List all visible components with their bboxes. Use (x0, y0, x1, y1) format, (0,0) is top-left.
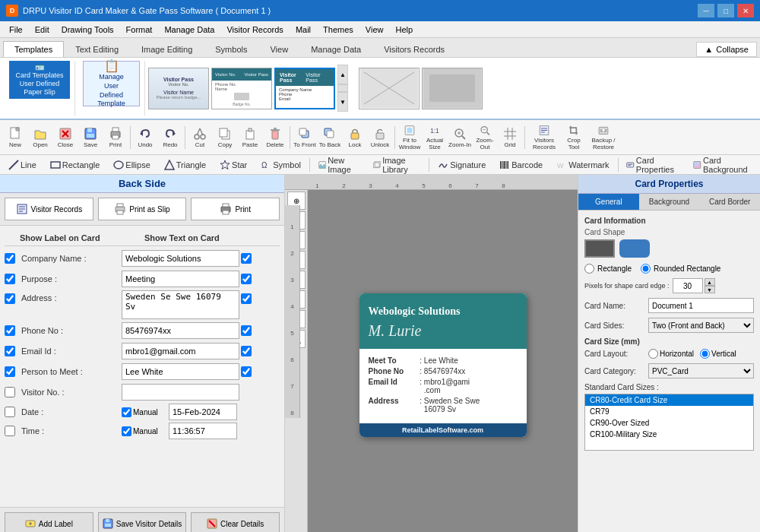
company-name-input[interactable] (122, 250, 239, 267)
size-cr80[interactable]: CR80-Credit Card Size (585, 394, 753, 406)
new-button[interactable]: New (3, 124, 27, 151)
address-text-checkbox[interactable] (241, 293, 252, 304)
phone-checkbox[interactable] (5, 325, 15, 336)
menu-file[interactable]: File (3, 24, 29, 36)
template-thumb-r1[interactable] (359, 68, 420, 109)
address-checkbox[interactable] (5, 293, 15, 304)
close-doc-button[interactable]: Close (53, 124, 78, 151)
watermark-tool[interactable]: W Watermark (551, 157, 614, 173)
menu-mail[interactable]: Mail (290, 24, 317, 36)
menu-format[interactable]: Format (120, 24, 159, 36)
menu-themes[interactable]: Themes (317, 24, 359, 36)
visitor-card-preview[interactable]: Webologic Solutions M. Lurie Meet To : L… (359, 293, 527, 437)
visitor-records-button[interactable]: Visitor Records (5, 198, 93, 220)
size-cr100[interactable]: CR100-Military Size (585, 429, 753, 440)
tab-symbols[interactable]: Symbols (204, 41, 258, 57)
pixels-up[interactable]: ▲ (705, 278, 715, 286)
tab-manage-data[interactable]: Manage Data (299, 41, 372, 57)
signature-tool[interactable]: Signature (432, 157, 491, 173)
visitor-no-checkbox[interactable] (5, 387, 15, 397)
save-button[interactable]: Save (78, 124, 103, 151)
line-tool[interactable]: Line (3, 157, 42, 173)
card-background-tool[interactable]: Card Background (688, 154, 757, 176)
triangle-tool[interactable]: Triangle (159, 157, 211, 173)
paste-button[interactable]: Paste (238, 124, 262, 151)
props-tab-card-border[interactable]: Card Border (699, 194, 760, 210)
fit-window-button[interactable]: Fit to Window (397, 124, 422, 151)
backup-restore-button[interactable]: Backup / Restore (587, 124, 620, 151)
rectangle-tool[interactable]: Rectangle (45, 157, 106, 173)
visitor-no-input[interactable] (122, 384, 239, 401)
zoom-in-button[interactable]: Zoom-In (448, 124, 472, 151)
time-input[interactable] (169, 423, 237, 439)
grid-button[interactable]: Grid (498, 124, 522, 151)
time-manual-checkbox[interactable] (122, 426, 131, 436)
card-properties-tool[interactable]: Card Properties (621, 154, 685, 176)
manage-user-defined-button[interactable]: 📋 ManageUserDefinedTemplate (83, 61, 140, 106)
address-input[interactable]: Sweden Se Swe 16079 Sv (122, 290, 239, 319)
card-category-select[interactable]: PVC_Card Paper_Card (648, 363, 754, 378)
tab-templates[interactable]: Templates (3, 41, 64, 57)
pixels-down[interactable]: ▼ (705, 286, 715, 293)
card-sides-select[interactable]: Two (Front and Back) One (Front Only) (648, 318, 754, 333)
tab-image-editing[interactable]: Image Editing (130, 41, 204, 57)
purpose-checkbox[interactable] (5, 274, 15, 284)
company-checkbox[interactable] (5, 253, 15, 264)
add-label-button[interactable]: Add Label (5, 512, 93, 532)
props-tab-background[interactable]: Background (639, 194, 700, 210)
menu-edit[interactable]: Edit (29, 24, 55, 36)
open-button[interactable]: Open (28, 124, 52, 151)
props-tab-general[interactable]: General (578, 194, 639, 210)
email-text-checkbox[interactable] (241, 346, 252, 356)
person-input[interactable] (122, 363, 239, 380)
purpose-text-checkbox[interactable] (241, 274, 252, 284)
pixels-input[interactable] (673, 278, 703, 293)
menu-drawing-tools[interactable]: Drawing Tools (55, 24, 120, 36)
horizontal-radio[interactable] (648, 349, 658, 359)
actual-size-button[interactable]: 1:1 Actual Size (423, 124, 447, 151)
card-sizes-list[interactable]: CR80-Credit Card Size CR79 CR90-Over Siz… (584, 394, 754, 451)
scroll-up[interactable]: ▲ (337, 65, 348, 84)
undo-button[interactable]: Undo (133, 124, 157, 151)
rectangle-radio[interactable] (584, 264, 594, 274)
redo-button[interactable]: Redo (158, 124, 182, 151)
to-front-button[interactable]: To Front (293, 124, 317, 151)
save-visitor-details-button[interactable]: Save Visitor Details (98, 512, 187, 532)
rounded-radio[interactable] (641, 264, 651, 274)
unlock-button[interactable]: Unlock (368, 124, 392, 151)
template-thumb-2[interactable]: Visitor No. Visitor Pass Phone No. Name … (211, 68, 272, 109)
delete-button[interactable]: Delete (263, 124, 287, 151)
close-button[interactable]: ✕ (737, 4, 754, 17)
collapse-button[interactable]: ▲ Collapse (696, 42, 757, 57)
time-checkbox[interactable] (5, 426, 15, 436)
maximize-button[interactable]: □ (717, 4, 734, 17)
person-text-checkbox[interactable] (241, 366, 252, 377)
template-thumb-r2[interactable] (422, 68, 483, 109)
card-name-input[interactable] (648, 298, 754, 313)
tab-view[interactable]: View (258, 41, 299, 57)
email-input[interactable] (122, 343, 239, 359)
crop-tool-button[interactable]: Crop Tool (562, 124, 586, 151)
to-back-button[interactable]: To Back (318, 124, 342, 151)
card-templates-button[interactable]: 🪪 Card TemplatesUser DefinedPaper Slip (9, 61, 70, 99)
vertical-radio[interactable] (700, 349, 710, 359)
menu-manage-data[interactable]: Manage Data (158, 24, 220, 36)
lock-button[interactable]: Lock (343, 124, 367, 151)
size-cr90[interactable]: CR90-Over Sized (585, 417, 753, 429)
minimize-button[interactable]: ─ (698, 4, 714, 17)
template-thumb-3[interactable]: Visitor Pass Visitor Pass Company Name P… (274, 68, 335, 109)
date-input[interactable] (169, 404, 237, 420)
menu-view[interactable]: View (359, 24, 390, 36)
template-scroll[interactable]: ▲ ▼ (337, 65, 348, 112)
purpose-input[interactable] (122, 271, 239, 287)
ellipse-tool[interactable]: Ellipse (108, 157, 155, 173)
company-text-checkbox[interactable] (241, 253, 252, 264)
star-tool[interactable]: Star (214, 157, 252, 173)
size-cr79[interactable]: CR79 (585, 406, 753, 417)
date-manual-checkbox[interactable] (122, 407, 131, 417)
phone-text-checkbox[interactable] (241, 325, 252, 336)
menu-visitor-records[interactable]: Visitor Records (220, 24, 289, 36)
tab-text-editing[interactable]: Text Editing (64, 41, 130, 57)
copy-button[interactable]: Copy (213, 124, 237, 151)
date-checkbox[interactable] (5, 407, 15, 417)
